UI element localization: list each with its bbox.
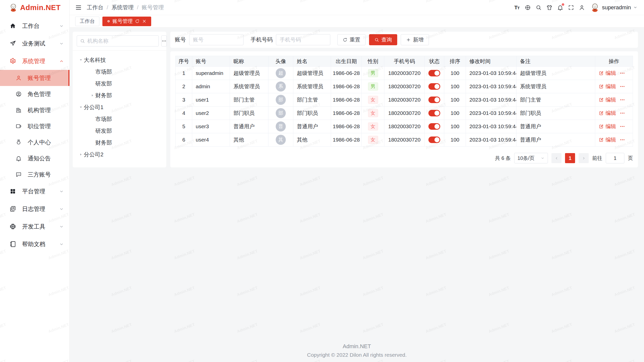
tree-node-1[interactable]: 市场部 xyxy=(75,66,164,78)
cell-sort: 100 xyxy=(444,93,466,107)
row-more-button[interactable] xyxy=(620,110,625,116)
row-more-button[interactable] xyxy=(620,70,625,76)
role-icon xyxy=(16,91,22,97)
avatar: 部 xyxy=(276,108,286,118)
cell-gender: 男 xyxy=(362,67,384,80)
status-toggle[interactable] xyxy=(428,70,440,76)
user-menu[interactable]: superadmin xyxy=(590,3,637,12)
brand-logo[interactable]: Admin.NET xyxy=(0,0,69,15)
cell-status xyxy=(425,80,444,93)
submenu: 账号管理角色管理机构管理职位管理个人中心通知公告三方账号 xyxy=(0,70,69,183)
username: superadmin xyxy=(602,4,631,11)
position-icon xyxy=(16,123,22,129)
cell-actions: 编辑 xyxy=(595,80,633,93)
language-icon[interactable] xyxy=(522,2,533,13)
more-options-button[interactable] xyxy=(161,35,167,47)
tree-node-8[interactable]: 分公司2 xyxy=(75,149,164,160)
phone-label: 手机号码 xyxy=(251,36,273,43)
cell-gender: 女 xyxy=(362,120,384,133)
edit-button[interactable]: 编辑 xyxy=(599,83,616,90)
column-header-12: 操作 xyxy=(595,56,633,67)
tab-workbench[interactable]: 工作台 xyxy=(75,17,99,26)
reset-label: 重置 xyxy=(350,36,360,43)
theme-icon[interactable] xyxy=(544,2,555,13)
sidebar-item-1[interactable]: 业务测试 xyxy=(0,35,69,52)
submenu-item-4[interactable]: 个人中心 xyxy=(0,134,69,150)
cell-birthday: 1986-06-28 xyxy=(331,107,362,120)
tree-node-7[interactable]: 财务部 xyxy=(75,137,164,149)
phone-input[interactable] xyxy=(276,34,330,45)
goto-page-input[interactable] xyxy=(606,153,624,163)
page-1-button[interactable]: 1 xyxy=(565,153,575,163)
submenu-item-6[interactable]: 三方账号 xyxy=(0,166,69,183)
submenu-item-2[interactable]: 机构管理 xyxy=(0,102,69,118)
tree-caret-icon xyxy=(89,141,95,145)
tree-node-3[interactable]: 财务部 xyxy=(75,89,164,101)
org-search-input[interactable] xyxy=(87,38,155,44)
edit-button[interactable]: 编辑 xyxy=(599,96,616,103)
cell-account: user3 xyxy=(192,120,230,133)
status-toggle[interactable] xyxy=(428,83,440,90)
accounts-table-card: 序号账号昵称头像姓名出生日期性别手机号码状态排序修改时间备注操作 1supera… xyxy=(170,51,638,167)
cell-remark: 普通用户 xyxy=(516,120,595,133)
total-count: 共 6 条 xyxy=(495,155,511,162)
edit-button[interactable]: 编辑 xyxy=(599,70,616,77)
search-icon[interactable] xyxy=(533,2,544,13)
sidebar-item-5[interactable]: 开发工具 xyxy=(0,218,69,235)
font-size-icon[interactable]: TT xyxy=(511,2,522,13)
sidebar-item-3[interactable]: 平台管理 xyxy=(0,183,69,200)
close-icon[interactable] xyxy=(142,19,147,24)
cell-account: superadmin xyxy=(192,67,230,80)
prev-page-button[interactable] xyxy=(551,153,561,163)
submenu-item-3[interactable]: 职位管理 xyxy=(0,118,69,134)
edit-button[interactable]: 编辑 xyxy=(599,110,616,117)
tree-caret-icon[interactable] xyxy=(89,94,95,97)
row-more-button[interactable] xyxy=(620,84,625,89)
sidebar-item-6[interactable]: 帮助文档 xyxy=(0,235,69,253)
fullscreen-icon[interactable] xyxy=(566,2,576,13)
add-button[interactable]: 新增 xyxy=(401,34,429,45)
account-input[interactable] xyxy=(189,34,244,45)
refresh-icon[interactable] xyxy=(135,19,140,24)
breadcrumb-item[interactable]: 系统管理 xyxy=(111,4,134,11)
collapse-menu-icon[interactable] xyxy=(75,4,82,11)
breadcrumb-item[interactable]: 工作台 xyxy=(87,4,103,11)
tree-caret-icon[interactable] xyxy=(78,153,84,156)
tree-caret-icon[interactable] xyxy=(78,58,84,62)
tree-node-0[interactable]: 大名科技 xyxy=(75,54,164,66)
row-more-button[interactable] xyxy=(620,97,625,103)
submenu-item-1[interactable]: 角色管理 xyxy=(0,86,69,102)
sidebar-item-0[interactable]: 工作台 xyxy=(0,17,69,35)
notification-icon[interactable] xyxy=(555,2,566,13)
tree-node-6[interactable]: 研发部 xyxy=(75,125,164,137)
edit-button[interactable]: 编辑 xyxy=(599,123,616,130)
cell-index: 2 xyxy=(176,80,192,93)
status-toggle[interactable] xyxy=(428,97,440,103)
status-toggle[interactable] xyxy=(428,110,440,116)
search-button[interactable]: 查询 xyxy=(369,34,397,45)
edit-button[interactable]: 编辑 xyxy=(599,136,616,143)
org-tree-panel: 大名科技市场部研发部财务部分公司1市场部研发部财务部分公司2 xyxy=(73,32,166,167)
chevron-down-icon xyxy=(59,41,64,46)
submenu-item-0[interactable]: 账号管理 xyxy=(0,70,69,86)
next-page-button[interactable] xyxy=(579,153,589,163)
submenu-item-label: 机构管理 xyxy=(28,106,51,114)
profile-icon[interactable] xyxy=(576,2,587,13)
sidebar-item-2[interactable]: 系统管理 xyxy=(0,52,69,70)
status-toggle[interactable] xyxy=(428,123,440,130)
tree-node-2[interactable]: 研发部 xyxy=(75,78,164,89)
tab-account-mgmt[interactable]: 账号管理 xyxy=(102,17,151,26)
page-size-select[interactable]: 10条/页 xyxy=(514,153,548,163)
submenu-item-5[interactable]: 通知公告 xyxy=(0,150,69,166)
cell-remark: 普通用户 xyxy=(516,133,595,147)
tree-caret-icon[interactable] xyxy=(78,105,84,109)
row-more-button[interactable] xyxy=(620,137,625,143)
cell-avatar: 其 xyxy=(268,133,293,147)
status-toggle[interactable] xyxy=(428,137,440,143)
reset-button[interactable]: 重置 xyxy=(337,34,366,45)
tree-node-5[interactable]: 市场部 xyxy=(75,113,164,125)
sidebar-item-4[interactable]: 日志管理 xyxy=(0,200,69,218)
row-more-button[interactable] xyxy=(620,124,625,129)
table-row: 6user4其他其其他1986-06-28女180200307201002023… xyxy=(176,133,633,147)
tree-node-4[interactable]: 分公司1 xyxy=(75,101,164,113)
